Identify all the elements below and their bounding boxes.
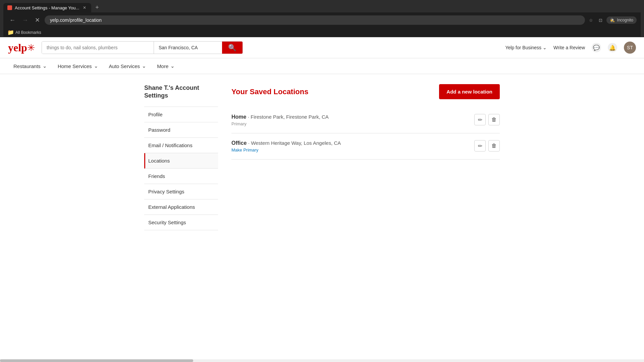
sub-nav-more[interactable]: More ⌄ — [152, 58, 180, 74]
location-actions-office: ✏ 🗑 — [474, 140, 500, 152]
more-chevron: ⌄ — [170, 63, 175, 69]
new-tab-button[interactable]: + — [93, 3, 102, 12]
sidebar-link-email-notifications[interactable]: Email / Notifications — [144, 138, 218, 153]
forward-button[interactable]: → — [20, 15, 30, 25]
browser-toolbar: ← → ✕ ☆ ⊡ 🕵 Incognito — [3, 12, 641, 28]
restaurants-label: Restaurants — [13, 63, 41, 69]
sidebar-item-privacy[interactable]: Privacy Settings — [144, 184, 218, 199]
home-services-label: Home Services — [58, 63, 92, 69]
location-name-office: Office — [231, 140, 247, 146]
edit-home-button[interactable]: ✏ — [474, 114, 486, 125]
search-location-input[interactable] — [154, 42, 222, 54]
yelp-for-business-link[interactable]: Yelp for Business ⌄ — [505, 45, 547, 50]
auto-services-chevron: ⌄ — [142, 63, 146, 69]
yelp-logo[interactable]: yelp ✳ — [8, 42, 35, 54]
sidebar-item-external-apps[interactable]: External Applications — [144, 199, 218, 215]
back-button[interactable]: ← — [7, 15, 17, 25]
pencil-icon-office: ✏ — [478, 143, 482, 149]
location-item-home: Home · Firestone Park, Firestone Park, C… — [231, 107, 500, 133]
bookmarks-folder-icon: 📁 — [7, 29, 14, 36]
location-address-home: Firestone Park, Firestone Park, CA — [251, 114, 329, 120]
sidebar-item-password[interactable]: Password — [144, 122, 218, 138]
sidebar: Shane T.'s Account Settings Profile Pass… — [144, 84, 218, 230]
home-services-chevron: ⌄ — [94, 63, 98, 69]
tab-favicon — [7, 5, 12, 10]
incognito-badge: 🕵 Incognito — [606, 16, 637, 24]
split-view-icon[interactable]: ⊡ — [597, 17, 604, 23]
edit-office-button[interactable]: ✏ — [474, 140, 486, 152]
write-review-link[interactable]: Write a Review — [553, 45, 585, 50]
toolbar-right: ☆ ⊡ 🕵 Incognito — [588, 16, 637, 24]
bookmarks-bar: 📁 All Bookmarks — [3, 28, 641, 37]
sidebar-title: Shane T.'s Account Settings — [144, 84, 218, 100]
sub-nav-restaurants[interactable]: Restaurants ⌄ — [8, 58, 52, 74]
location-item-office: Office · Western Heritage Way, Los Angel… — [231, 133, 500, 160]
make-primary-link[interactable]: Make Primary — [231, 147, 341, 153]
bookmarks-label: All Bookmarks — [15, 30, 41, 35]
sidebar-item-friends[interactable]: Friends — [144, 169, 218, 184]
reload-button[interactable]: ✕ — [33, 15, 42, 25]
browser-chrome: Account Settings - Manage You... ✕ + ← →… — [0, 0, 644, 37]
notifications-icon[interactable]: 🔔 — [608, 43, 617, 52]
sidebar-link-password[interactable]: Password — [144, 122, 218, 137]
yelp-logo-text: yelp — [8, 42, 27, 54]
search-bar: 🔍 — [42, 41, 243, 54]
write-review-label: Write a Review — [553, 45, 585, 50]
address-bar[interactable] — [45, 15, 585, 25]
browser-tabs: Account Settings - Manage You... ✕ + — [3, 3, 641, 12]
sub-nav: Restaurants ⌄ Home Services ⌄ Auto Servi… — [0, 58, 644, 74]
sidebar-item-profile[interactable]: Profile — [144, 107, 218, 122]
sub-nav-auto-services[interactable]: Auto Services ⌄ — [104, 58, 152, 74]
incognito-icon: 🕵 — [610, 18, 615, 22]
location-actions-home: ✏ 🗑 — [474, 114, 500, 125]
sidebar-link-privacy[interactable]: Privacy Settings — [144, 184, 218, 199]
location-info-office: Office · Western Heritage Way, Los Angel… — [231, 140, 341, 153]
location-address-office: Western Heritage Way, Los Angeles, CA — [251, 140, 341, 146]
search-button[interactable]: 🔍 — [222, 42, 243, 54]
page-title: Your Saved Locations — [231, 87, 308, 96]
active-tab[interactable]: Account Settings - Manage You... ✕ — [3, 3, 91, 12]
location-info-home: Home · Firestone Park, Firestone Park, C… — [231, 114, 329, 126]
bookmark-icon[interactable]: ☆ — [588, 17, 594, 23]
sidebar-nav: Profile Password Email / Notifications L… — [144, 107, 218, 230]
yelp-header: yelp ✳ 🔍 Yelp for Business ⌄ Write a Rev… — [0, 37, 644, 58]
page-content: Shane T.'s Account Settings Profile Pass… — [138, 84, 506, 230]
more-label: More — [157, 63, 168, 69]
yelp-logo-burst: ✳ — [27, 42, 35, 53]
delete-home-button[interactable]: 🗑 — [488, 114, 500, 125]
yelp-for-business-chevron: ⌄ — [543, 45, 547, 50]
trash-icon-office: 🗑 — [491, 143, 497, 149]
pencil-icon: ✏ — [478, 117, 482, 123]
sidebar-link-external-apps[interactable]: External Applications — [144, 199, 218, 215]
location-separator-home: · — [248, 114, 251, 120]
location-separator-office: · — [248, 140, 251, 146]
sidebar-item-email-notifications[interactable]: Email / Notifications — [144, 138, 218, 153]
sidebar-link-security[interactable]: Security Settings — [144, 215, 218, 230]
delete-office-button[interactable]: 🗑 — [488, 140, 500, 152]
header-nav: Yelp for Business ⌄ Write a Review 💬 🔔 S… — [505, 42, 636, 54]
sidebar-link-locations[interactable]: Locations — [145, 153, 218, 168]
sidebar-link-friends[interactable]: Friends — [144, 169, 218, 184]
yelp-for-business-label: Yelp for Business — [505, 45, 541, 50]
sidebar-link-profile[interactable]: Profile — [144, 107, 218, 122]
trash-icon: 🗑 — [491, 117, 497, 123]
main-header: Your Saved Locations Add a new location — [231, 84, 500, 99]
tab-close-button[interactable]: ✕ — [82, 5, 87, 10]
sub-nav-home-services[interactable]: Home Services ⌄ — [52, 58, 104, 74]
search-input[interactable] — [42, 42, 154, 54]
main-section: Your Saved Locations Add a new location … — [231, 84, 500, 230]
chat-icon[interactable]: 💬 — [592, 43, 601, 52]
incognito-label: Incognito — [617, 18, 633, 22]
auto-services-label: Auto Services — [109, 63, 140, 69]
user-avatar[interactable]: ST — [624, 42, 636, 54]
restaurants-chevron: ⌄ — [43, 63, 47, 69]
tab-title: Account Settings - Manage You... — [15, 5, 79, 10]
add-location-button[interactable]: Add a new location — [439, 84, 500, 99]
sidebar-item-locations[interactable]: Locations — [144, 153, 218, 169]
location-tag-home: Primary — [231, 121, 329, 126]
location-name-home: Home — [231, 114, 246, 120]
sidebar-item-security[interactable]: Security Settings — [144, 215, 218, 230]
